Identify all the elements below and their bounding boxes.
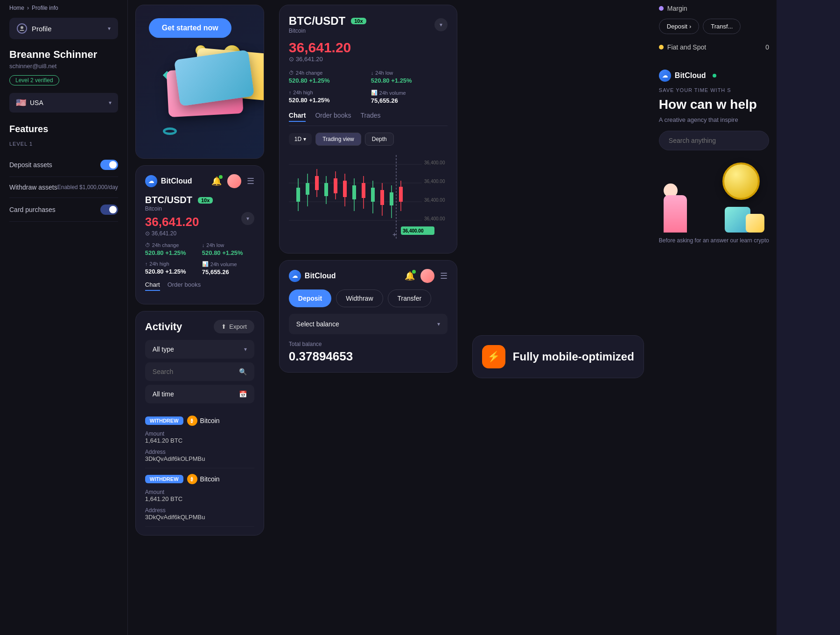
transfer-button[interactable]: Transfer xyxy=(388,289,432,307)
trading-change-val: 520.80 +1.25% xyxy=(289,77,365,84)
withdrew-badge: WITHDREW xyxy=(145,416,183,425)
bitcloud-logo: ☁ BitCloud xyxy=(289,270,336,282)
level-label: LEVEL 1 xyxy=(9,141,118,147)
search-bar[interactable]: 🔍 xyxy=(145,362,254,381)
export-button[interactable]: ⬆ Export xyxy=(214,320,254,333)
search-anything-bar[interactable] xyxy=(659,131,769,150)
balance-dropdown[interactable]: Select balance ▾ xyxy=(289,314,448,334)
trading-volume-val: 75,655.26 xyxy=(371,97,448,104)
bitcloud-deposit-card: ☁ BitCloud 🔔 ☰ Deposit Widthraw Transfer… xyxy=(279,260,457,373)
save-time-label: SAVE YOUR TIME WITH S xyxy=(659,87,769,93)
mobile-banner: ⚡ Fully mobile-optimized xyxy=(472,335,644,378)
deposit-pill-button[interactable]: Deposit › xyxy=(659,19,699,34)
bc-logo-icon: ☁ xyxy=(145,175,157,187)
action-row: Deposit › Transf... xyxy=(659,19,769,34)
withdrew-badge: WITHDREW xyxy=(145,475,183,483)
profile-dropdown[interactable]: Profile ▾ xyxy=(9,18,118,39)
svg-text:36,400.00: 36,400.00 xyxy=(403,228,424,233)
transaction-row: WITHDREW ₿ Bitcoin Amount 1,641.20 BTC A… xyxy=(145,410,254,468)
search-anything-input[interactable] xyxy=(669,137,759,144)
total-balance-label: Total balance xyxy=(289,341,448,347)
trading-price-sub: ⊙ 36,641.20 xyxy=(289,56,448,63)
time-filter[interactable]: All time 📅 xyxy=(145,385,254,403)
low-label: ↓ 24h low xyxy=(202,242,254,248)
user-name: Breanne Schinner xyxy=(9,49,118,61)
fiat-spot-row: Fiat and Spot 0 xyxy=(659,43,769,51)
deposit-button[interactable]: Deposit xyxy=(289,289,331,307)
tab-order-books[interactable]: Order books xyxy=(315,112,351,122)
withdraw-button[interactable]: Widthraw xyxy=(336,289,383,307)
bar-chart-icon: 📊 xyxy=(202,261,209,267)
svg-rect-28 xyxy=(380,190,384,205)
get-started-button[interactable]: Get started now xyxy=(149,18,231,38)
trading-price: 36,641.20 xyxy=(289,40,448,56)
tab-trades[interactable]: Trades xyxy=(360,112,380,122)
deposit-toggle[interactable] xyxy=(100,160,118,170)
bitcoin-badge: ₿ Bitcoin xyxy=(187,474,220,484)
card-toggle[interactable] xyxy=(100,205,118,215)
bc-name: BitCloud xyxy=(161,177,192,185)
btc-icon: ₿ xyxy=(187,416,197,426)
bc-icons-right: 🔔 ☰ xyxy=(211,174,254,188)
transfer-pill-button[interactable]: Transf... xyxy=(703,19,741,34)
bitcloud-right-panel: Margin Deposit › Transf... Fiat and Spot… xyxy=(651,0,777,635)
bc-name: BitCloud xyxy=(305,272,336,280)
chart-controls: 1D ▾ Trading view Depth xyxy=(289,133,448,146)
bitcloud-header: ☁ BitCloud 🔔 ☰ xyxy=(145,174,254,188)
chevron-down-icon: ▾ xyxy=(244,346,247,353)
search-input[interactable] xyxy=(153,368,234,375)
menu-icon[interactable]: ☰ xyxy=(440,271,448,281)
tab-chart[interactable]: Chart xyxy=(145,281,160,291)
bitcloud-right-section: ☁ BitCloud SAVE YOUR TIME WITH S How can… xyxy=(659,70,769,244)
user-avatar[interactable] xyxy=(420,269,434,283)
timeframe-button[interactable]: 1D ▾ xyxy=(289,133,312,145)
country-select[interactable]: 🇺🇸 USA ▾ xyxy=(9,93,118,113)
gold-coin-icon xyxy=(722,162,760,200)
bc-right-logo-icon: ☁ xyxy=(659,70,671,82)
trading-view-button[interactable]: Trading view xyxy=(315,133,361,146)
pair-chevron-button[interactable]: ▾ xyxy=(241,212,254,225)
leverage-badge: 10x xyxy=(198,197,213,204)
breadcrumb-separator: › xyxy=(27,5,29,11)
amount-label: Amount xyxy=(145,489,182,495)
address-value: 3DkQvAdif6kQLPMBu xyxy=(145,514,205,521)
clock-icon: ⏱ xyxy=(145,242,150,248)
bitcoin-badge: ₿ Bitcoin xyxy=(187,416,220,426)
trading-chevron-button[interactable]: ▾ xyxy=(434,18,448,31)
bc-right-name: BitCloud xyxy=(675,71,706,80)
coin-subtitle: Bitcoin xyxy=(145,205,213,212)
how-can-title: How can w help xyxy=(659,97,769,113)
menu-icon[interactable]: ☰ xyxy=(247,176,254,186)
country-name: USA xyxy=(30,99,43,106)
price-sub: ⊙ 36,641.20 xyxy=(145,230,213,237)
breadcrumb-home[interactable]: Home xyxy=(9,5,24,11)
svg-point-0 xyxy=(21,26,23,29)
user-avatar[interactable] xyxy=(227,174,241,188)
before-ask-text: Before asking for an answer our learn cr… xyxy=(659,237,769,244)
notification-icon[interactable]: 🔔 xyxy=(405,271,415,281)
svg-rect-24 xyxy=(362,183,365,198)
notification-dot xyxy=(219,175,223,179)
type-filter-dropdown[interactable]: All type ▾ xyxy=(145,340,254,359)
stats-grid: ⏱ 24h change 520.80 +1.25% ↓ 24h low 520… xyxy=(145,242,254,275)
bc-online-dot xyxy=(713,74,716,78)
box-yellow-icon xyxy=(746,214,764,233)
tab-order-books[interactable]: Order books xyxy=(168,281,201,291)
breadcrumb-current: Profile info xyxy=(32,5,58,11)
export-icon: ⬆ xyxy=(221,323,226,330)
high-label: ↑ 24h high xyxy=(145,261,197,267)
chevron-down-icon: ▾ xyxy=(108,25,111,32)
svg-text:36,400.00: 36,400.00 xyxy=(424,160,445,165)
trading-panel: BTC/USDT 10x Bitcoin ▾ 36,641.20 ⊙ 36,64… xyxy=(272,0,465,635)
transfer-label: Transf... xyxy=(711,23,733,30)
svg-rect-12 xyxy=(306,183,309,195)
btc-icon: ₿ xyxy=(187,474,197,484)
depth-button[interactable]: Depth xyxy=(365,133,394,146)
svg-rect-30 xyxy=(390,192,393,205)
tab-chart[interactable]: Chart xyxy=(289,112,306,122)
chevron-down-icon: ▾ xyxy=(303,136,306,142)
notification-icon[interactable]: 🔔 xyxy=(211,176,222,186)
feature-card-name: Card purchases xyxy=(9,206,56,213)
type-filter-label: All type xyxy=(153,346,174,353)
address-value: 3DkQvAdif6kOLPMBu xyxy=(145,455,205,462)
